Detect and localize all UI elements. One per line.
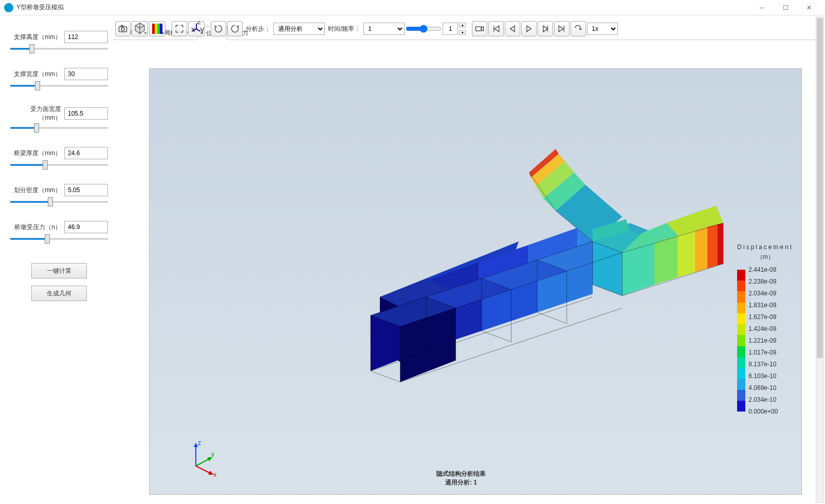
svg-marker-43 [717, 223, 723, 266]
speed-select[interactable]: 1x [587, 23, 618, 35]
legend-value: 1.627e-09 [748, 314, 778, 320]
svg-rect-5 [157, 24, 160, 34]
analysis-step-select[interactable]: 通用分析 [273, 23, 325, 35]
skip-first-icon[interactable] [488, 21, 504, 36]
main-area: 支撑高度（mm） 支撑宽度（mm） 受力面宽度（mm） 桥梁厚度（mm） [0, 15, 825, 502]
legend-value: 1.017e-09 [748, 349, 778, 356]
camera-icon[interactable] [115, 21, 131, 36]
legend-value: 2.034e-09 [748, 290, 778, 296]
svg-marker-41 [695, 227, 707, 272]
param-slider-2[interactable] [10, 123, 108, 133]
svg-rect-10 [476, 27, 482, 31]
svg-point-1 [121, 28, 124, 31]
legend-value: 8.137e-10 [748, 361, 778, 367]
param-input-3[interactable] [64, 147, 108, 159]
svg-text:x: x [191, 25, 195, 33]
colormap-icon[interactable] [149, 21, 166, 36]
param-slider-4[interactable] [10, 197, 108, 207]
svg-text:z: z [198, 439, 201, 446]
svg-line-52 [196, 458, 210, 466]
viewer-toolbar: zyx 分析步： 通用分析 时间/频率： 1 ▲▼ 1x [113, 20, 820, 38]
minimize-button[interactable]: ─ [750, 1, 774, 15]
window-title: Y型桥墩受压模拟 [16, 3, 750, 12]
legend-value: 2.238e-09 [748, 278, 778, 285]
play-icon[interactable] [521, 21, 537, 36]
vertical-scrollbar[interactable] [816, 16, 824, 503]
axis-selector-icon[interactable]: zyx [188, 21, 205, 36]
time-freq-select[interactable]: 1 [363, 23, 405, 35]
svg-rect-6 [160, 24, 162, 34]
color-legend: Displacement （m） 2.441e-092.238e-092.034… [737, 244, 793, 415]
result-caption: 隐式结构分析结果 通用分析: 1 [436, 470, 486, 487]
frame-slider[interactable] [406, 25, 442, 33]
param-input-0[interactable] [64, 31, 108, 43]
play-reverse-icon[interactable] [505, 21, 520, 36]
frame-spin-down[interactable]: ▼ [459, 30, 466, 35]
title-bar: Y型桥墩受压模拟 ─ ☐ ✕ [0, 0, 825, 15]
generate-geometry-button[interactable]: 生成几何 [31, 286, 87, 301]
param-label-2: 受力面宽度（mm） [10, 105, 61, 122]
rotate-cw-icon[interactable] [211, 21, 226, 36]
legend-value: 1.424e-09 [748, 326, 778, 332]
viewer-wrap: zyx 分析步： 通用分析 时间/频率： 1 ▲▼ 1x [113, 40, 820, 497]
axis-gizmo: z y x [180, 438, 222, 479]
record-icon[interactable] [472, 21, 487, 36]
skip-last-icon[interactable] [554, 21, 570, 36]
param-input-2[interactable] [64, 107, 108, 120]
svg-marker-50 [194, 443, 198, 447]
svg-text:x: x [213, 471, 216, 478]
svg-marker-39 [654, 235, 678, 285]
svg-rect-2 [121, 25, 123, 27]
svg-text:y: y [211, 451, 214, 458]
param-label-3: 桥梁厚度（mm） [10, 149, 61, 158]
param-input-5[interactable] [64, 221, 108, 233]
frame-number-input[interactable] [443, 23, 458, 35]
sidebar: 支撑高度（mm） 支撑宽度（mm） 受力面宽度（mm） 桥梁厚度（mm） [5, 26, 113, 497]
app-icon [4, 3, 13, 12]
param-slider-3[interactable] [10, 160, 108, 170]
param-slider-1[interactable] [10, 81, 108, 90]
svg-rect-4 [155, 24, 157, 34]
legend-value: 1.221e-09 [748, 338, 778, 344]
frame-spin-up[interactable]: ▲ [459, 23, 466, 27]
legend-value: 2.441e-09 [748, 267, 778, 273]
fit-view-icon[interactable] [172, 21, 187, 36]
rotate-ccw-icon[interactable] [227, 21, 243, 36]
svg-text:y: y [200, 25, 205, 33]
param-label-5: 桥墩受压力（n） [10, 223, 61, 232]
legend-title: Displacement [737, 244, 793, 251]
param-label-4: 划分密度（mm） [10, 186, 61, 195]
content-area: 几何结构网格划分位移应力 zyx 分析步： 通用分析 时间/频率： 1 [113, 26, 820, 497]
param-slider-5[interactable] [10, 234, 108, 244]
svg-marker-40 [678, 230, 695, 277]
param-input-4[interactable] [64, 184, 108, 196]
loop-icon[interactable] [571, 21, 586, 36]
step-forward-icon[interactable] [538, 21, 553, 36]
close-button[interactable]: ✕ [797, 1, 821, 15]
analysis-step-label: 分析步： [246, 25, 270, 33]
svg-line-55 [196, 466, 211, 474]
cube-view-icon[interactable] [132, 21, 148, 36]
legend-value: 6.103e-10 [748, 373, 778, 379]
svg-marker-42 [707, 224, 717, 268]
param-label-0: 支撑高度（mm） [10, 33, 61, 42]
param-input-1[interactable] [64, 68, 108, 80]
viewer-canvas[interactable]: z y x Displacement （m） 2.441e-092.238e-0… [149, 68, 802, 495]
time-freq-label: 时间/频率： [328, 25, 360, 33]
legend-value: 4.069e-10 [748, 385, 778, 391]
param-slider-0[interactable] [10, 44, 108, 53]
maximize-button[interactable]: ☐ [774, 1, 797, 15]
legend-value: 1.831e-09 [748, 302, 778, 308]
legend-value: 0.000e+00 [748, 408, 778, 415]
legend-unit: （m） [737, 253, 793, 262]
svg-rect-3 [152, 24, 155, 34]
calculate-button[interactable]: 一键计算 [31, 263, 87, 278]
mesh-model [371, 149, 723, 382]
legend-value: 2.034e-10 [748, 397, 778, 403]
param-label-1: 支撑宽度（mm） [10, 70, 61, 79]
